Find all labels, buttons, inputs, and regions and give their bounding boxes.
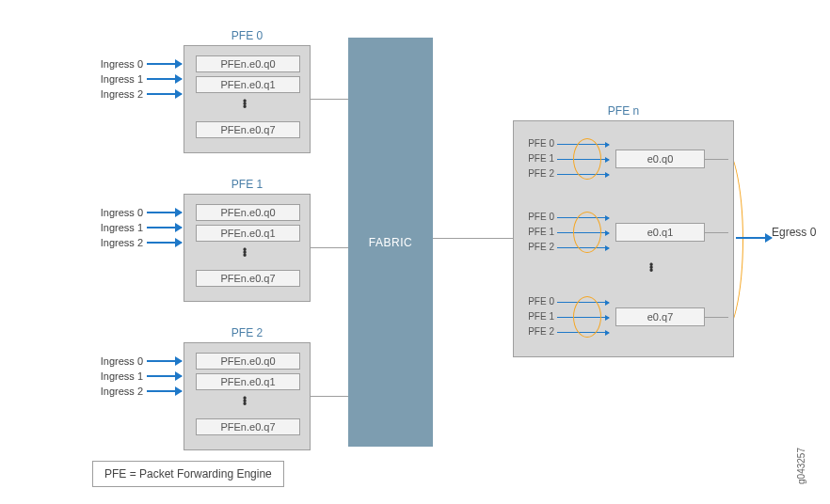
fabric-label: FABRIC	[369, 236, 412, 249]
eq-cluster-2: PFE 0 PFE 1 PFE 2 e0.q7	[521, 291, 728, 342]
connector-line	[433, 238, 513, 239]
legend-text: PFE = Packet Forwarding Engine	[104, 467, 272, 480]
connector-line	[311, 99, 348, 100]
connector-line	[311, 247, 348, 248]
eq-cluster-1: PFE 0 PFE 1 PFE 2 e0.q1	[521, 206, 728, 258]
ingress-label: Ingress 0	[92, 355, 147, 367]
diagram-canvas: Ingress 0 Ingress 1 Ingress 2 Ingress 0 …	[0, 0, 830, 504]
arrow-right-icon	[736, 237, 772, 239]
legend-box: PFE = Packet Forwarding Engine	[92, 461, 284, 487]
src-label: PFE 0	[521, 296, 554, 307]
src-label: PFE 2	[521, 242, 554, 252]
vertical-ellipsis-icon: •••	[649, 264, 653, 273]
pfe-box-0: PFE 0 PFEn.e0.q0 PFEn.e0.q1 ••• PFEn.e0.…	[184, 45, 311, 153]
pfe-box-1: PFE 1 PFEn.e0.q0 PFEn.e0.q1 ••• PFEn.e0.…	[184, 194, 311, 302]
ingress-label: Ingress 1	[92, 73, 147, 85]
connector-line	[311, 396, 348, 397]
ingress-group-0: Ingress 0 Ingress 1 Ingress 2	[92, 56, 182, 102]
image-id: g043257	[796, 448, 806, 484]
src-label: PFE 1	[521, 227, 554, 237]
arrow-right-icon	[147, 227, 182, 228]
arrow-right-icon	[147, 78, 182, 80]
vertical-ellipsis-icon: •••	[243, 101, 247, 109]
eq-label: e0.q1	[615, 223, 705, 242]
pfe-n-box: PFE n PFE 0 PFE 1 PFE 2 e0.q0 PFE 0 PFE …	[513, 120, 734, 357]
queue-label: PFEn.e0.q7	[196, 418, 300, 435]
pfe-n-title: PFE n	[514, 104, 733, 118]
pfe-title: PFE 0	[184, 29, 310, 42]
arrow-right-icon	[147, 242, 182, 244]
scheduler-ring-icon	[573, 212, 601, 253]
vertical-ellipsis-icon: •••	[243, 249, 247, 258]
eq-label: e0.q0	[615, 150, 705, 168]
fabric-block: FABRIC	[348, 38, 433, 447]
src-label: PFE 0	[521, 138, 554, 149]
pfe-box-2: PFE 2 PFEn.e0.q0 PFEn.e0.q1 ••• PFEn.e0.…	[184, 342, 311, 450]
src-label: PFE 2	[521, 326, 554, 337]
ingress-label: Ingress 1	[92, 370, 147, 382]
scheduler-ring-icon	[573, 296, 601, 338]
ingress-label: Ingress 1	[92, 222, 147, 233]
scheduler-ring-icon	[573, 138, 601, 180]
arrow-right-icon	[147, 93, 182, 95]
queue-label: PFEn.e0.q0	[196, 353, 300, 370]
queue-label: PFEn.e0.q7	[196, 121, 300, 138]
queue-label: PFEn.e0.q7	[196, 270, 300, 287]
queue-label: PFEn.e0.q1	[196, 76, 300, 93]
arrow-right-icon	[147, 63, 182, 65]
ingress-label: Ingress 0	[92, 58, 147, 70]
arrow-right-icon	[147, 360, 182, 362]
vertical-ellipsis-icon: •••	[243, 398, 247, 406]
queue-label: PFEn.e0.q1	[196, 373, 300, 390]
src-label: PFE 2	[521, 168, 554, 179]
ingress-group-1: Ingress 0 Ingress 1 Ingress 2	[92, 205, 182, 250]
connector-line	[705, 317, 728, 318]
pfe-title: PFE 2	[184, 326, 310, 339]
pfe-title: PFE 1	[184, 178, 310, 191]
queue-label: PFEn.e0.q0	[196, 204, 300, 221]
src-label: PFE 1	[521, 153, 554, 164]
src-label: PFE 0	[521, 212, 554, 222]
ingress-label: Ingress 0	[92, 207, 147, 218]
src-label: PFE 1	[521, 311, 554, 322]
arrow-right-icon	[147, 375, 182, 377]
egress-label: Egress 0	[772, 226, 816, 239]
ingress-label: Ingress 2	[92, 237, 147, 248]
queue-label: PFEn.e0.q0	[196, 55, 300, 72]
queue-label: PFEn.e0.q1	[196, 225, 300, 242]
connector-line	[705, 159, 728, 160]
arrow-right-icon	[147, 390, 182, 392]
ingress-group-2: Ingress 0 Ingress 1 Ingress 2	[92, 354, 182, 399]
eq-label: e0.q7	[615, 307, 705, 326]
arrow-right-icon	[147, 212, 182, 213]
eq-cluster-0: PFE 0 PFE 1 PFE 2 e0.q0	[521, 133, 728, 184]
ingress-label: Ingress 2	[92, 88, 147, 100]
ingress-label: Ingress 2	[92, 386, 147, 397]
connector-line	[705, 232, 728, 233]
